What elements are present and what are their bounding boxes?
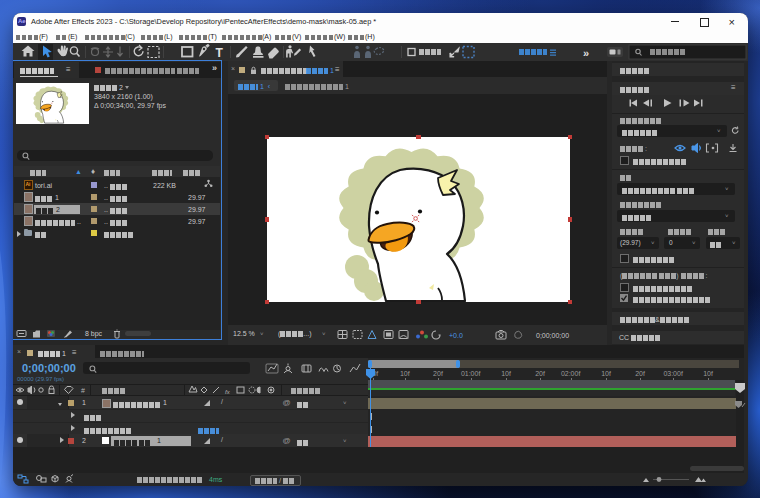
svg-text:T: T <box>216 46 224 60</box>
svg-text:#: # <box>81 387 85 394</box>
svg-text:»: » <box>583 47 589 59</box>
svg-text:8 bpc: 8 bpc <box>85 330 103 338</box>
svg-text:+0.0: +0.0 <box>449 332 463 339</box>
svg-text:0;00;00;00: 0;00;00;00 <box>536 332 569 339</box>
